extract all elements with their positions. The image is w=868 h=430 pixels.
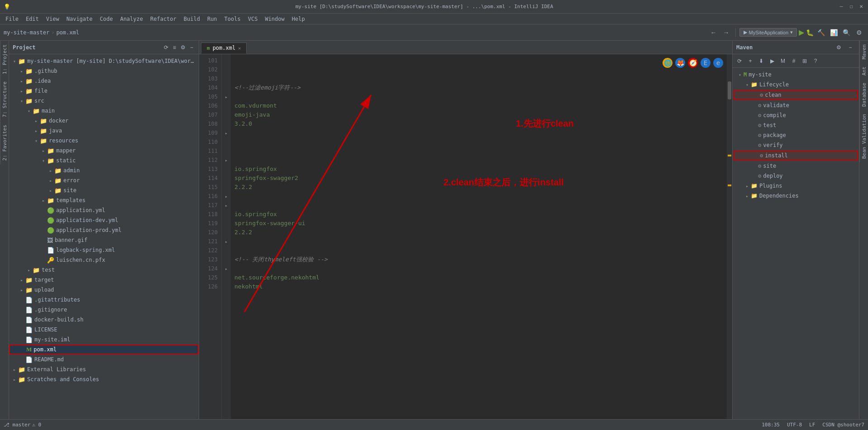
maven-item-package[interactable]: ⚙package	[733, 130, 859, 140]
panel-gear-button[interactable]: ⚙	[179, 43, 187, 52]
tree-item-upload[interactable]: ▸📁upload	[9, 285, 199, 295]
menu-vcs[interactable]: VCS	[244, 15, 262, 23]
maven-help-button[interactable]: ?	[811, 56, 820, 66]
maven-item-plugins[interactable]: ▸📁Plugins	[733, 181, 859, 191]
menu-build[interactable]: Build	[180, 15, 204, 23]
maven-run-button[interactable]: ▶	[767, 56, 777, 66]
maven-refresh-button[interactable]: ⟳	[734, 56, 744, 66]
code-line-111[interactable]	[234, 146, 723, 156]
menu-analyze[interactable]: Analyze	[116, 15, 147, 23]
panel-collapse-button[interactable]: ≡	[171, 43, 178, 52]
status-encoding[interactable]: UTF-8	[787, 422, 802, 428]
code-line-113[interactable]: io.springfox	[234, 165, 723, 174]
tree-item-license[interactable]: 📄LICENSE	[9, 325, 199, 335]
code-line-119[interactable]: springfox-swagger-ui	[234, 219, 723, 228]
code-line-115[interactable]: 2.2.2	[234, 183, 723, 192]
code-line-123[interactable]: <!-- 关闭thymeleft强校验 -->	[234, 255, 723, 264]
tree-item-admin[interactable]: ▸📁admin	[9, 165, 199, 175]
debug-button[interactable]: 🐛	[806, 29, 814, 36]
code-line-125[interactable]: net.sourceforge.nekohtml	[234, 273, 723, 282]
maven-skip-tests-button[interactable]: M	[778, 56, 788, 66]
tree-item-main[interactable]: ▾📁main	[9, 106, 199, 116]
code-line-116[interactable]	[234, 192, 723, 201]
maven-item-test[interactable]: ⚙test	[733, 120, 859, 130]
code-line-104[interactable]: <!--过滤emoji字符-->	[234, 83, 723, 92]
tree-item-mapper[interactable]: ▸📁mapper	[9, 146, 199, 156]
build-button[interactable]: 🔨	[816, 27, 826, 38]
side-label-favorites[interactable]: 2: Favorites	[0, 121, 9, 164]
tree-item-application_dev_yml[interactable]: 🟢application-dev.yml	[9, 215, 199, 225]
minimize-button[interactable]: ─	[838, 4, 844, 10]
tree-item-logback_spring_xml[interactable]: 📄logback-spring.xml	[9, 245, 199, 255]
tree-item-templates[interactable]: ▸📁templates	[9, 195, 199, 205]
tree-item-java[interactable]: ▸📁java	[9, 126, 199, 136]
code-line-102[interactable]	[234, 65, 723, 74]
tree-item-docker_build_sh[interactable]: 📄docker-build.sh	[9, 315, 199, 325]
code-line-117[interactable]	[234, 201, 723, 210]
maven-item-lifecycle[interactable]: ▾📁Lifecycle	[733, 80, 859, 90]
maximize-button[interactable]: □	[848, 4, 854, 10]
side-label-bean-validation[interactable]: Bean Validation	[859, 110, 868, 162]
maven-item-validate[interactable]: ⚙validate	[733, 100, 859, 110]
tree-item-banner_gif[interactable]: 🖼banner.gif	[9, 235, 199, 245]
navigate-forward-button[interactable]: →	[721, 27, 732, 38]
tree-item-application_yml[interactable]: 🟢application.yml	[9, 205, 199, 215]
tree-item-readme_md[interactable]: 📄README.md	[9, 354, 199, 364]
maven-item-deploy[interactable]: ⚙deploy	[733, 171, 859, 181]
code-line-103[interactable]	[234, 74, 723, 83]
search-everywhere-button[interactable]: 🔍	[841, 27, 852, 38]
code-line-121[interactable]	[234, 237, 723, 246]
code-line-106[interactable]: com.vdurmont	[234, 101, 723, 110]
tree-item-_github[interactable]: ▸📁.github	[9, 66, 199, 76]
coverage-button[interactable]: 📊	[828, 27, 839, 38]
breadcrumb-file[interactable]: pom.xml	[56, 29, 79, 36]
code-line-120[interactable]: 2.2.2	[234, 228, 723, 237]
menu-tools[interactable]: Tools	[221, 15, 244, 23]
code-line-108[interactable]: 3.2.0	[234, 119, 723, 128]
maven-minimize-button[interactable]: −	[845, 43, 855, 52]
maven-item-compile[interactable]: ⚙compile	[733, 110, 859, 120]
tree-item-pom_xml[interactable]: Mpom.xml	[9, 345, 199, 354]
panel-sync-button[interactable]: ⟳	[162, 43, 170, 52]
code-line-109[interactable]	[234, 128, 723, 137]
menu-refactor[interactable]: Refactor	[147, 15, 180, 23]
code-line-101[interactable]	[234, 56, 723, 65]
maven-columns-button[interactable]: ⊞	[800, 56, 810, 66]
tree-item-error[interactable]: ▸📁error	[9, 175, 199, 185]
side-label-database[interactable]: Database	[859, 79, 868, 110]
tree-item-static[interactable]: ▾📁static	[9, 156, 199, 165]
tree-item-docker[interactable]: ▸📁docker	[9, 116, 199, 126]
tree-item-test[interactable]: ▸📁test	[9, 265, 199, 275]
code-line-124[interactable]	[234, 264, 723, 273]
tab-pom-xml[interactable]: m pom.xml ✕	[201, 43, 247, 54]
menu-help[interactable]: Help	[288, 15, 309, 23]
code-line-118[interactable]: io.springfox	[234, 210, 723, 219]
menu-run[interactable]: Run	[204, 15, 221, 23]
code-line-105[interactable]	[234, 92, 723, 101]
tree-item-scratches_and_consoles[interactable]: ▸📁Scratches and Consoles	[9, 374, 199, 384]
code-line-126[interactable]: nekohtml	[234, 282, 723, 291]
side-label-maven[interactable]: Maven	[859, 41, 868, 63]
side-label-structure[interactable]: 7: Structure	[0, 78, 9, 121]
tree-item-target[interactable]: ▸📁target	[9, 275, 199, 285]
code-area[interactable]: <!--过滤emoji字符--> com.vdurmont emoji-java…	[231, 54, 727, 419]
tree-item-_idea[interactable]: ▸📁.idea	[9, 76, 199, 86]
code-line-114[interactable]: springfox-swagger2	[234, 174, 723, 183]
maven-download-button[interactable]: ⬇	[756, 56, 766, 66]
tab-close-button[interactable]: ✕	[238, 46, 241, 51]
side-label-ant[interactable]: Ant	[859, 63, 868, 79]
menu-window[interactable]: Window	[261, 15, 288, 23]
run-button[interactable]: ▶	[799, 28, 804, 37]
tree-item-_gitignore[interactable]: 📄.gitignore	[9, 305, 199, 315]
settings-button[interactable]: ⚙	[854, 27, 864, 38]
code-line-107[interactable]: emoji-java	[234, 110, 723, 119]
code-line-112[interactable]	[234, 156, 723, 165]
menu-view[interactable]: View	[43, 15, 63, 23]
maven-item-clean[interactable]: ⚙clean	[734, 90, 858, 100]
code-line-110[interactable]	[234, 137, 723, 146]
tree-item-application_prod_yml[interactable]: 🟢application-prod.yml	[9, 225, 199, 235]
breadcrumb-project[interactable]: my-site-master	[4, 29, 49, 36]
tree-item-_gitattributes[interactable]: 📄.gitattributes	[9, 295, 199, 305]
menu-code[interactable]: Code	[96, 15, 117, 23]
tree-item-luischen_cn_pfx[interactable]: 🔑luischen.cn.pfx	[9, 255, 199, 265]
